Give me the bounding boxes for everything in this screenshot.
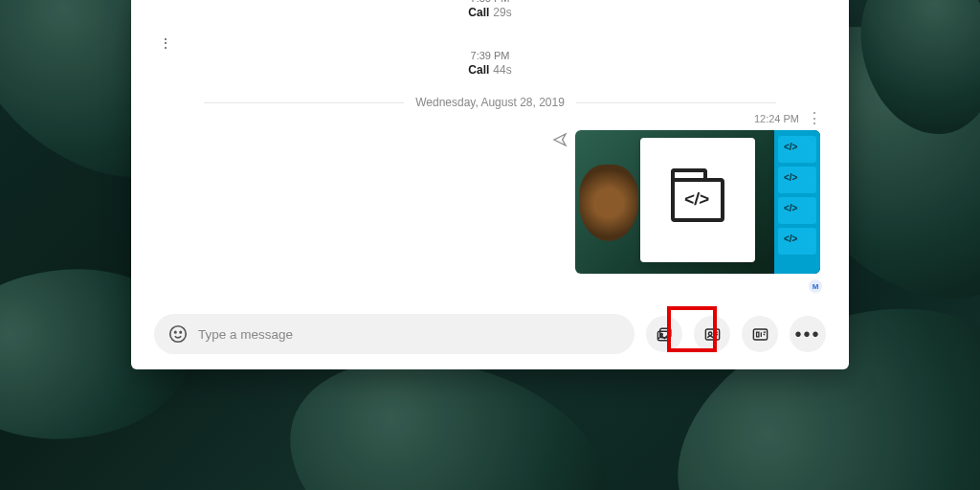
contact-card-button[interactable]: [694, 316, 730, 352]
gif-button[interactable]: [742, 316, 778, 352]
svg-point-2: [180, 331, 181, 332]
sent-arrow-icon: [552, 132, 568, 150]
call-duration: 29s: [493, 6, 511, 19]
call-time: 7:39 PM: [160, 50, 820, 61]
media-gallery-button[interactable]: [646, 316, 682, 352]
svg-point-7: [708, 331, 711, 334]
read-indicator: M: [809, 279, 822, 293]
composer: •••: [131, 302, 849, 369]
message-list: 7:36 PM Call29s ⋮ 7:39 PM Call44s Wednes…: [131, 0, 849, 302]
more-button[interactable]: •••: [790, 316, 826, 352]
message-input[interactable]: [198, 327, 612, 342]
outgoing-message: </> M: [160, 130, 820, 274]
svg-rect-8: [753, 328, 767, 339]
svg-point-1: [175, 331, 176, 332]
call-label: Call: [468, 63, 489, 77]
chat-window: 7:36 PM Call29s ⋮ 7:39 PM Call44s Wednes…: [131, 0, 849, 369]
call-time: 7:36 PM: [160, 0, 820, 4]
kebab-icon[interactable]: ⋮: [160, 36, 171, 50]
image-attachment[interactable]: </>: [575, 130, 820, 274]
call-duration: 44s: [493, 63, 511, 77]
call-entry: 7:36 PM Call29s: [160, 0, 820, 25]
date-divider-label: Wednesday, August 28, 2019: [415, 96, 565, 109]
kebab-icon[interactable]: ⋮: [807, 111, 822, 126]
call-label: Call: [468, 6, 489, 19]
message-input-container: [154, 314, 635, 354]
more-icon: •••: [794, 324, 820, 344]
date-divider: Wednesday, August 28, 2019: [192, 96, 788, 109]
emoji-smile-icon[interactable]: [167, 323, 189, 345]
call-entry: ⋮ 7:39 PM Call44s: [160, 34, 820, 82]
svg-point-0: [170, 326, 187, 343]
message-time: 12:24 PM: [754, 113, 799, 124]
